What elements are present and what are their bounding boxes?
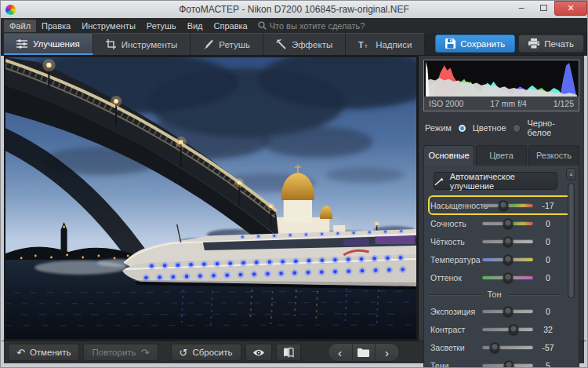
exposure-slider-row: Экспозиция 0 bbox=[429, 302, 561, 320]
tab-colors[interactable]: Цвета bbox=[476, 145, 527, 166]
bw-mode-label[interactable]: Черно-белое bbox=[527, 118, 578, 137]
slider-handle[interactable] bbox=[503, 306, 513, 316]
menu-edit[interactable]: Правка bbox=[36, 20, 76, 32]
open-folder-button[interactable] bbox=[352, 344, 376, 361]
before-after-button[interactable] bbox=[276, 344, 301, 361]
tab-basic[interactable]: Основные bbox=[423, 145, 474, 166]
menu-retouch[interactable]: Ретушь bbox=[141, 20, 182, 32]
redo-icon: ↷ bbox=[141, 348, 150, 358]
slider-handle[interactable] bbox=[490, 342, 500, 352]
maximize-button[interactable] bbox=[532, 1, 554, 15]
color-mode-radio[interactable] bbox=[458, 124, 466, 133]
clarity-slider[interactable] bbox=[482, 239, 533, 243]
panel-scrollbar[interactable]: ▲ ▼ bbox=[566, 168, 576, 368]
photo-canvas[interactable] bbox=[4, 56, 418, 341]
contrast-slider-row: Контраст 32 bbox=[429, 320, 561, 338]
shutter-value: 1/125 bbox=[554, 99, 574, 108]
tab-label: Эффекты bbox=[292, 40, 332, 49]
color-mode-label[interactable]: Цветное bbox=[473, 123, 506, 133]
tint-slider-row: Оттенок 0 bbox=[429, 268, 561, 286]
next-photo-button[interactable]: › bbox=[376, 344, 399, 361]
prev-photo-button[interactable]: ‹ bbox=[328, 344, 352, 361]
bw-mode-radio[interactable] bbox=[513, 124, 521, 133]
print-button[interactable]: Печать bbox=[518, 35, 584, 53]
slider-value: 0 bbox=[536, 273, 560, 282]
menu-help[interactable]: Справка bbox=[209, 20, 253, 32]
command-search-input[interactable] bbox=[270, 21, 403, 31]
tab-retouch[interactable]: Ретушь bbox=[191, 33, 263, 55]
slider-handle[interactable] bbox=[503, 236, 513, 246]
slider-value: 0 bbox=[536, 255, 560, 264]
slider-value: 0 bbox=[536, 237, 560, 246]
auto-enhance-button[interactable]: Автоматическое улучшение bbox=[434, 172, 557, 190]
compare-icon bbox=[283, 348, 294, 358]
reset-button[interactable]: ↺ Сбросить bbox=[171, 344, 241, 361]
temperature-slider-row: Температура 0 bbox=[429, 250, 561, 268]
print-label: Печать bbox=[544, 39, 574, 49]
tab-captions[interactable]: Tт Надписи bbox=[346, 33, 425, 55]
crop-icon bbox=[106, 39, 116, 49]
undo-label: Отменить bbox=[30, 348, 71, 357]
scroll-up-button[interactable]: ▲ bbox=[566, 168, 576, 180]
tab-tools[interactable]: Инструменты bbox=[93, 33, 191, 55]
vibrance-slider[interactable] bbox=[482, 221, 533, 225]
tone-label: Тон bbox=[487, 290, 501, 299]
redo-button[interactable]: Повторить ↷ bbox=[83, 344, 158, 361]
basic-settings-pane: Автоматическое улучшение Насыщенность -1… bbox=[423, 166, 579, 368]
temperature-slider[interactable] bbox=[482, 257, 533, 261]
exposure-slider[interactable] bbox=[482, 309, 533, 313]
reset-label: Сбросить bbox=[192, 348, 232, 357]
printer-icon bbox=[528, 38, 539, 49]
save-label: Сохранить bbox=[460, 39, 505, 49]
tab-effects[interactable]: Эффекты bbox=[263, 33, 346, 55]
contrast-slider[interactable] bbox=[482, 327, 533, 331]
window-title: ФотоМАСТЕР - Nikon D7200 106845-raw-orig… bbox=[1, 4, 587, 15]
histogram: ISO 2000 17 mm f/4 1/125 bbox=[423, 60, 579, 111]
slider-label: Экспозиция bbox=[430, 307, 482, 316]
undo-button[interactable]: ↶ Отменить bbox=[8, 344, 79, 361]
svg-text:T: T bbox=[358, 40, 364, 49]
photo-navigator: ‹ › bbox=[328, 343, 400, 362]
title-bar: ФотоМАСТЕР - Nikon D7200 106845-raw-orig… bbox=[1, 1, 587, 18]
highlights-slider[interactable] bbox=[482, 345, 533, 349]
shadows-slider[interactable] bbox=[482, 363, 533, 367]
preview-original-button[interactable] bbox=[245, 344, 272, 361]
reset-icon: ↺ bbox=[180, 348, 188, 358]
minimize-button[interactable]: – bbox=[510, 1, 532, 15]
slider-handle[interactable] bbox=[503, 272, 513, 282]
right-panel: ISO 2000 17 mm f/4 1/125 Режим Цветное Ч… bbox=[418, 56, 584, 341]
slider-label: Сочность bbox=[430, 219, 482, 228]
tint-slider[interactable] bbox=[482, 275, 533, 279]
slider-value: 32 bbox=[536, 325, 560, 334]
menu-tools[interactable]: Инструменты bbox=[76, 20, 141, 32]
slider-label: Засветки bbox=[430, 343, 482, 352]
tab-label: Надписи bbox=[376, 40, 412, 49]
shadows-slider-row: Тени 5 bbox=[429, 356, 561, 368]
slider-handle[interactable] bbox=[503, 218, 513, 228]
tab-enhancements[interactable]: Улучшения bbox=[4, 33, 93, 55]
panel-tab-bar: Основные Цвета Резкость bbox=[419, 142, 584, 166]
tab-label: Инструменты bbox=[122, 40, 178, 49]
menu-view[interactable]: Вид bbox=[182, 20, 209, 32]
focal-aperture-value: 17 mm f/4 bbox=[490, 99, 527, 108]
slider-value: 0 bbox=[536, 307, 560, 316]
scrollbar-thumb[interactable] bbox=[568, 183, 575, 298]
saturation-slider[interactable] bbox=[482, 203, 533, 207]
highlights-slider-row: Засветки -57 bbox=[429, 338, 561, 356]
slider-value: -17 bbox=[536, 201, 560, 210]
scrollbar-track[interactable] bbox=[568, 181, 575, 368]
close-button[interactable]: ✕ bbox=[554, 1, 587, 16]
slider-handle[interactable] bbox=[508, 324, 518, 334]
saturation-slider-row: Насыщенность -17 bbox=[429, 196, 574, 214]
brush-icon bbox=[203, 39, 213, 49]
tab-sharpness[interactable]: Резкость bbox=[528, 145, 579, 166]
slider-handle[interactable] bbox=[503, 254, 513, 264]
slider-label: Контраст bbox=[430, 325, 482, 334]
slider-handle[interactable] bbox=[503, 360, 514, 368]
save-button[interactable]: Сохранить bbox=[435, 35, 515, 53]
tab-label: Улучшения bbox=[33, 39, 80, 49]
menu-file[interactable]: Файл bbox=[4, 20, 36, 32]
slider-label: Тени bbox=[430, 361, 482, 368]
slider-handle[interactable] bbox=[499, 200, 509, 210]
slider-value: 0 bbox=[536, 219, 560, 228]
